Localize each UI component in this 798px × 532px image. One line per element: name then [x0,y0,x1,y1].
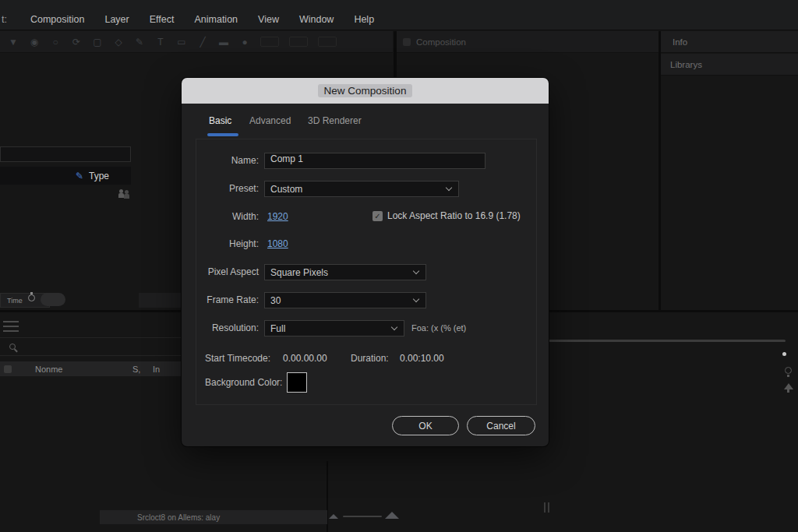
pencil-tool-icon[interactable]: ╱ [197,37,208,48]
frame-rate-dropdown[interactable]: 30 [264,292,426,308]
pixel-aspect-value: Square Pixels [270,267,328,278]
chevron-down-icon [413,268,419,274]
tab-basic[interactable]: Basic [209,115,231,126]
tree-icon[interactable] [783,383,793,393]
pixel-aspect-dropdown[interactable]: Square Pixels [264,264,426,280]
preset-dropdown[interactable]: Custom [264,181,459,197]
name-column-header[interactable]: Nonme [35,365,62,374]
resolution-dropdown[interactable]: Full [264,320,404,336]
search-icon [9,344,16,350]
menu-item-view[interactable]: View [258,14,279,25]
time-value-field[interactable] [41,293,65,306]
pencil-icon: ✎ [76,171,83,181]
resolution-info-text: Foa: (x (% (et) [411,320,466,336]
zoom-in-mountain-icon[interactable] [385,512,399,519]
frame-rate-label: Frame Rate: [195,292,259,308]
height-value[interactable]: 1080 [267,236,288,252]
pen-tool-icon[interactable]: ✎ [134,37,145,48]
ok-button[interactable]: OK [392,416,459,435]
panel-menu-icon[interactable] [3,321,19,332]
active-tab-underline [207,133,238,136]
libraries-panel-tabbar: Librarys [661,54,798,76]
zoom-out-mountain-icon[interactable] [329,514,338,519]
tool-bar: ▼ ◉ ○ ⟳ ▢ ◇ ✎ T ▭ ╱ ▬ ● [0,31,393,53]
info-panel-tab[interactable]: Info [673,37,687,47]
status-dot [782,352,786,356]
composition-panel-tabbar: Composition [397,31,659,53]
time-label: Time [7,297,23,305]
composition-panel-tab[interactable]: Composition [416,37,466,47]
preset-label: Preset: [195,181,259,197]
tab-3d-renderer[interactable]: 3D Renderer [308,115,362,126]
puppet-tool-icon[interactable]: ● [239,37,250,48]
duration-label: Duration: [351,351,389,367]
project-search-input[interactable] [0,146,131,162]
zoom-tool-icon[interactable]: ○ [50,37,61,48]
cancel-button[interactable]: Cancel [467,416,535,435]
toolbar-option-box[interactable] [289,37,308,47]
timeline-tick-marks [544,502,549,513]
type-filter-label: Type [89,171,109,181]
switches-column-header[interactable]: S, [132,365,140,374]
bulb-icon[interactable] [785,367,792,377]
menu-item-help[interactable]: Help [354,14,374,25]
pan-behind-tool-icon[interactable]: ▢ [92,37,103,48]
lock-aspect-label: Lock Aspect Ratio to 16.9 (1.78) [387,210,521,222]
menu-bar: t: Composition Layer Effect Animation Vi… [0,0,798,30]
frame-rate-value: 30 [270,295,281,306]
lock-aspect-checkbox[interactable]: ✓ [373,211,383,221]
menu-item-window[interactable]: Window [299,14,334,25]
checkmark-icon: ✓ [374,212,380,220]
app-window: t: Composition Layer Effect Animation Vi… [0,0,798,532]
mask-shape-tool-icon[interactable]: ◇ [113,37,124,48]
background-color-swatch[interactable] [287,372,307,393]
menu-item-layer[interactable]: Layer [104,14,129,25]
chevron-down-icon [446,185,452,191]
height-label: Height: [195,236,259,252]
info-panel-tabbar: Info [661,31,798,53]
rectangle-tool-icon[interactable]: ▭ [176,37,187,48]
type-filter-button[interactable]: ✎ Type [0,167,131,185]
dialog-title: New Composition [318,84,413,97]
start-timecode-value[interactable]: 0.00.00.00 [283,351,327,367]
selection-tool-icon[interactable]: ▼ [8,37,19,48]
chevron-down-icon [413,296,419,302]
brush-tool-icon[interactable]: ▬ [218,37,229,48]
toolbar-option-box[interactable] [260,37,279,47]
timeline-zoom-slider[interactable] [343,516,382,517]
menu-item-animation[interactable]: Animation [194,14,238,25]
menu-item-partial[interactable]: t: [2,14,7,25]
stopwatch-icon[interactable] [28,292,36,302]
menu-item-composition[interactable]: Composition [30,14,84,25]
preset-value: Custom [270,184,302,195]
dialog-title-bar: New Composition [182,78,549,104]
resolution-value: Full [270,323,285,334]
eye-column-icon[interactable] [4,365,12,373]
duration-value[interactable]: 0.00:10.00 [400,351,444,367]
chevron-down-icon [391,324,397,330]
width-label: Width: [195,209,259,225]
hand-tool-icon[interactable]: ◉ [29,37,40,48]
composition-tab-icon [403,38,411,46]
tab-advanced[interactable]: Advanced [249,115,291,126]
orbit-tool-icon[interactable]: ⟳ [71,37,82,48]
status-bar: Srcloct8 on Allems: alay [100,510,327,524]
text-tool-icon[interactable]: T [155,37,166,48]
pixel-aspect-label: Pixel Aspect [193,264,259,280]
name-label: Name: [195,153,259,169]
menu-item-effect[interactable]: Effect [150,14,175,25]
resolution-label: Resolution: [195,320,259,336]
render-options-box[interactable] [139,293,185,308]
libraries-panel-tab[interactable]: Librarys [670,60,702,69]
toolbar-option-box[interactable] [318,37,337,47]
in-column-header[interactable]: In [153,365,160,374]
name-input[interactable]: Comp 1 [264,153,486,169]
background-color-label: Background Color: [205,375,282,391]
people-icon[interactable] [118,189,130,198]
width-value[interactable]: 1920 [267,209,288,225]
start-timecode-label: Start Timecode: [205,351,270,367]
new-composition-dialog: New Composition Basic Advanced 3D Render… [182,78,549,446]
status-bar-text: Srcloct8 on Allems: alay [137,513,220,522]
